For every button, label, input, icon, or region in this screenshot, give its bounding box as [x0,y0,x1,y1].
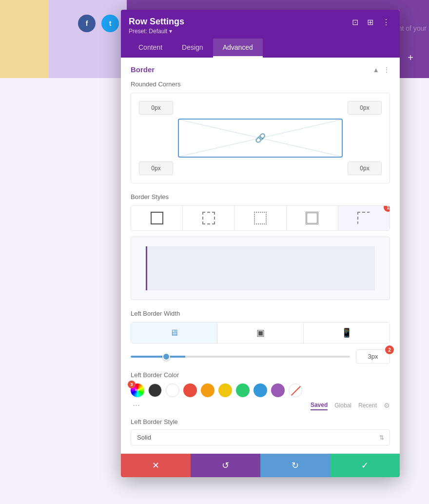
color-tabs-area: ··· Saved Global Recent ⚙ [131,400,390,410]
link-icon[interactable]: 🔗 [255,133,266,143]
left-border-color-area: Left Border Color 3 ✏ [131,371,390,410]
color-settings-icon[interactable]: ⚙ [384,402,390,409]
left-border-style-area: Left Border Style Solid Dashed Dotted Do… [131,418,390,445]
border-style-solid[interactable] [131,206,183,230]
color-swatch-blue[interactable] [254,383,267,397]
bg-light-purple [49,0,127,78]
border-style-select[interactable]: Solid Dashed Dotted Double [131,429,390,445]
double-icon [306,212,318,224]
border-style-dashed[interactable] [183,206,234,230]
border-width-badge: 2 [385,345,394,354]
left-border-width-label: Left Border Width [131,310,390,317]
color-swatch-green[interactable] [236,383,250,397]
color-swatch-red[interactable] [183,383,197,397]
modal-footer: ✕ ↺ ↻ ✓ [121,454,400,477]
bottom-left-input[interactable] [139,161,173,175]
social-icons: f t [78,15,119,32]
modal-title: Row Settings [129,17,184,27]
expand-dots[interactable]: ··· [131,400,142,410]
tab-design[interactable]: Design [172,39,213,58]
modal-header: Row Settings Preset: Default ▾ ⊡ ⊞ ⋮ Con… [121,10,400,58]
tab-advanced[interactable]: Advanced [213,39,263,58]
device-tab-desktop[interactable]: 🖥 [131,323,217,343]
mobile-icon: 📱 [341,327,352,338]
color-picker-wrapper: 3 ✏ [131,383,144,397]
color-swatch-purple[interactable] [271,383,285,397]
corner-grid: 🔗 [131,93,390,183]
twitter-icon[interactable]: t [101,15,119,32]
left-border-color-label: Left Border Color [131,371,390,379]
rounded-corners-area: Rounded Corners 🔗 [131,81,390,183]
color-tab-saved[interactable]: Saved [311,401,328,410]
add-button[interactable]: + [402,49,419,66]
color-tab-global[interactable]: Global [334,401,351,410]
modal-title-area: Row Settings Preset: Default ▾ [129,17,184,35]
border-width-input[interactable] [356,349,390,363]
confirm-button[interactable]: ✓ [330,454,400,477]
undo-button[interactable]: ↺ [191,454,260,477]
modal-tabs: Content Design Advanced [129,39,392,58]
solid-icon [151,212,163,224]
border-style-partial[interactable]: 1 [338,206,390,230]
modal-header-actions: ⊡ ⊞ ⋮ [350,17,392,28]
border-styles-area: Border Styles 1 [131,193,390,300]
color-swatch-white[interactable] [166,383,179,397]
color-badge: 3 [128,381,136,388]
section-controls: ▲ ⋮ [372,66,390,74]
slider-value-box: 2 [356,349,390,363]
more-options-button[interactable]: ⋮ [380,17,392,28]
dotted-icon [254,212,267,224]
device-tabs: 🖥 ▣ 📱 [131,322,390,343]
rounded-corners-label: Rounded Corners [131,81,390,88]
none-swatch-icon [289,384,302,397]
columns-button[interactable]: ⊞ [365,17,375,28]
tab-content[interactable]: Content [129,39,172,58]
dashed-icon [202,212,215,224]
top-right-input[interactable] [348,101,382,115]
border-style-double[interactable] [287,206,338,230]
color-swatch-black[interactable] [148,383,162,397]
border-style-options: 1 [131,205,390,231]
modal-preset[interactable]: Preset: Default ▾ [129,28,184,35]
left-border-style-label: Left Border Style [131,418,390,425]
collapse-button[interactable]: ▲ [372,66,379,74]
device-tab-mobile[interactable]: 📱 [304,323,390,343]
fullscreen-button[interactable]: ⊡ [350,17,360,28]
color-swatches-row: 3 ✏ [131,383,390,397]
svg-line-2 [289,384,302,397]
bg-text: nt of your [398,24,429,32]
picker-icon: ✏ [135,387,140,394]
color-filter-tabs: Saved Global Recent ⚙ [311,401,390,410]
border-style-dotted[interactable] [234,206,286,230]
border-preview [131,237,390,300]
border-right-area [147,246,375,290]
section-title: Border [131,65,155,74]
cancel-button[interactable]: ✕ [121,454,191,477]
device-tab-tablet[interactable]: ▣ [217,323,304,343]
redo-button[interactable]: ↻ [260,454,330,477]
modal-body: Border ▲ ⋮ Rounded Corners [121,58,400,454]
partial-icon [357,212,370,224]
three-dots-area: ··· [131,400,142,410]
color-swatch-orange[interactable] [201,383,214,397]
border-styles-label: Border Styles [131,193,390,201]
bg-yellow-block [0,0,49,78]
color-swatch-none[interactable] [289,383,302,397]
tablet-icon: ▣ [256,327,265,338]
border-width-slider[interactable] [131,356,350,358]
facebook-icon[interactable]: f [78,15,96,32]
section-more-button[interactable]: ⋮ [383,66,390,74]
left-border-width-area: Left Border Width 🖥 ▣ 📱 [131,310,390,363]
border-style-badge: 1 [384,205,390,212]
border-section: Border ▲ ⋮ Rounded Corners [121,58,400,454]
color-tab-recent[interactable]: Recent [358,401,377,410]
section-header: Border ▲ ⋮ [131,65,390,74]
top-left-input[interactable] [139,101,173,115]
desktop-icon: 🖥 [170,328,178,338]
border-style-select-wrapper: Solid Dashed Dotted Double ⇅ [131,429,390,445]
slider-row: 2 [131,349,390,363]
row-settings-modal: Row Settings Preset: Default ▾ ⊡ ⊞ ⋮ Con… [121,10,400,477]
modal-header-top: Row Settings Preset: Default ▾ ⊡ ⊞ ⋮ [129,17,392,35]
color-swatch-yellow[interactable] [218,383,232,397]
bottom-right-input[interactable] [348,161,382,175]
